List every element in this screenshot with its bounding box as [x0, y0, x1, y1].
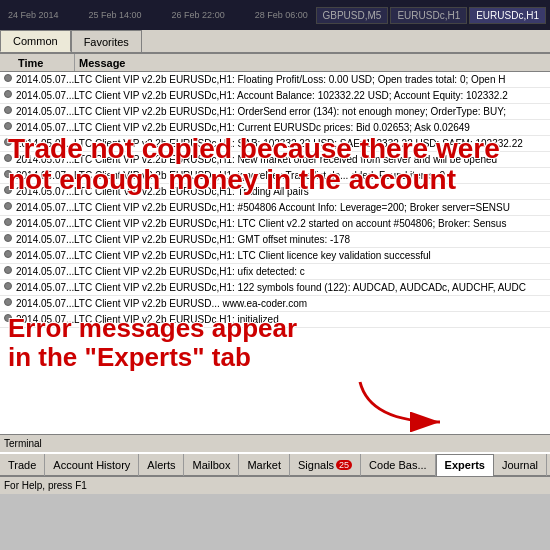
row-icon-circle — [4, 138, 12, 146]
row-time: 2014.05.07... — [16, 153, 74, 165]
row-icon-circle — [4, 74, 12, 82]
chart-tab-gbpusd[interactable]: GBPUSD,M5 — [316, 7, 389, 24]
row-time: 2014.05.07... — [16, 121, 74, 133]
row-time: 2014.05.07... — [16, 73, 74, 85]
row-message: LTC Client VIP v2.2b EURUSDc,H1: OrderSe… — [74, 105, 550, 117]
row-time: 2014.05.07... — [16, 249, 74, 261]
date-4: 28 Feb 06:00 — [255, 10, 308, 20]
bottom-tab-market[interactable]: Market — [239, 454, 290, 476]
bottom-tab-signals[interactable]: Signals25 — [290, 454, 361, 476]
log-row: 2014.05.07... LTC Client VIP v2.2b EURUS… — [0, 312, 550, 328]
log-row: 2014.05.07... LTC Client VIP v2.2b EURUS… — [0, 216, 550, 232]
col-header-time: Time — [0, 54, 75, 71]
bottom-tab-mailbox[interactable]: Mailbox — [184, 454, 239, 476]
bottom-tab-account-history[interactable]: Account History — [45, 454, 139, 476]
row-message: LTC Client VIP v2.2b EURUSDc,H1: initial… — [74, 313, 550, 325]
row-time: 2014.05.07... — [16, 217, 74, 229]
log-row: 2014.05.07... LTC Client VIP v2.2b EURUS… — [0, 296, 550, 312]
chart-tab-eurusd2[interactable]: EURUSDc,H1 — [469, 7, 546, 24]
row-time: 2014.05.07... — [16, 297, 74, 309]
log-row: 2014.05.07... LTC Client VIP v2.2b EURUS… — [0, 232, 550, 248]
row-icon — [0, 201, 16, 210]
row-icon — [0, 185, 16, 194]
log-rows[interactable]: 2014.05.07... LTC Client VIP v2.2b EURUS… — [0, 72, 550, 434]
chart-area: 24 Feb 2014 25 Feb 14:00 26 Feb 22:00 28… — [0, 0, 550, 30]
bottom-tab-alerts[interactable]: Alerts — [139, 454, 184, 476]
log-row: 2014.05.07... LTC Client VIP v2.2b EURUS… — [0, 88, 550, 104]
log-row: 2014.05.07... LTC Client VIP v2.2b EURUS… — [0, 200, 550, 216]
chart-tab-eurusd1[interactable]: EURUSDc,H1 — [390, 7, 467, 24]
column-headers: Time Message — [0, 54, 550, 72]
bottom-tab-bar: TradeAccount HistoryAlertsMailboxMarketS… — [0, 452, 550, 476]
row-icon-circle — [4, 234, 12, 242]
row-message: LTC Client VIP v2.2b EURUSD... www.ea-co… — [74, 297, 550, 309]
row-icon-circle — [4, 298, 12, 306]
log-row: 2014.05.07... LTC Client VIP v2.2b EURUS… — [0, 104, 550, 120]
row-icon — [0, 313, 16, 322]
row-message: LTC Client VIP v2.2b EURUSDc,H1: GMT off… — [74, 233, 550, 245]
row-icon — [0, 265, 16, 274]
bottom-tab-trade[interactable]: Trade — [0, 454, 45, 476]
signals-badge: 25 — [336, 460, 352, 470]
row-message: LTC Client VIP v2.2b EURUSDc,H1: SAB: 10… — [74, 137, 550, 149]
date-1: 24 Feb 2014 — [8, 10, 59, 20]
row-icon-circle — [4, 266, 12, 274]
top-tab-bar: Common Favorites — [0, 30, 550, 54]
row-icon-circle — [4, 282, 12, 290]
log-row: 2014.05.07... LTC Client VIP v2.2b EURUS… — [0, 136, 550, 152]
row-message: LTC Client VIP v2.2b EURUSDc,H1: LTC Cli… — [74, 249, 550, 261]
date-labels: 24 Feb 2014 25 Feb 14:00 26 Feb 22:00 28… — [4, 10, 314, 20]
row-message: LTC Client VIP v2.2b EURUSDc,H1: ignoreN… — [74, 169, 550, 181]
row-message: LTC Client VIP v2.2b EURUSDc,H1: New mar… — [74, 153, 550, 165]
row-time: 2014.05.07... — [16, 281, 74, 293]
log-row: 2014.05.07... LTC Client VIP v2.2b EURUS… — [0, 168, 550, 184]
help-bar: For Help, press F1 — [0, 476, 550, 494]
row-message: LTC Client VIP v2.2b EURUSDc,H1: Floatin… — [74, 73, 550, 85]
log-row: 2014.05.07... LTC Client VIP v2.2b EURUS… — [0, 152, 550, 168]
row-icon — [0, 121, 16, 130]
row-time: 2014.05.07... — [16, 137, 74, 149]
help-text: For Help, press F1 — [4, 480, 87, 491]
row-icon-circle — [4, 314, 12, 322]
row-message: LTC Client VIP v2.2b EURUSDc,H1: Current… — [74, 121, 550, 133]
row-icon-circle — [4, 122, 12, 130]
row-time: 2014.05.07... — [16, 265, 74, 277]
row-message: LTC Client VIP v2.2b EURUSDc,H1: Account… — [74, 89, 550, 101]
row-icon-circle — [4, 250, 12, 258]
row-icon — [0, 297, 16, 306]
bottom-tab-journal[interactable]: Journal — [494, 454, 547, 476]
log-row: 2014.05.07... LTC Client VIP v2.2b EURUS… — [0, 72, 550, 88]
row-icon — [0, 233, 16, 242]
row-icon-circle — [4, 186, 12, 194]
row-message: LTC Client VIP v2.2b EURUSDc,H1: Trading… — [74, 185, 550, 197]
row-time: 2014.05.07... — [16, 313, 74, 325]
row-message: LTC Client VIP v2.2b EURUSDc,H1: 122 sym… — [74, 281, 550, 293]
row-time: 2014.05.07... — [16, 105, 74, 117]
log-row: 2014.05.07... LTC Client VIP v2.2b EURUS… — [0, 264, 550, 280]
row-icon — [0, 217, 16, 226]
row-message: LTC Client VIP v2.2b EURUSDc,H1: LTC Cli… — [74, 217, 550, 229]
terminal-area: Time Message 2014.05.07... LTC Client VI… — [0, 54, 550, 434]
row-time: 2014.05.07... — [16, 201, 74, 213]
row-icon — [0, 105, 16, 114]
row-icon-circle — [4, 218, 12, 226]
row-icon-circle — [4, 154, 12, 162]
row-icon — [0, 169, 16, 178]
col-header-message: Message — [75, 57, 550, 69]
row-icon — [0, 281, 16, 290]
row-icon-circle — [4, 170, 12, 178]
row-icon — [0, 89, 16, 98]
log-row: 2014.05.07... LTC Client VIP v2.2b EURUS… — [0, 280, 550, 296]
tab-favorites[interactable]: Favorites — [71, 30, 142, 52]
terminal-label: Terminal — [4, 438, 42, 449]
row-time: 2014.05.07... — [16, 185, 74, 197]
row-icon-circle — [4, 106, 12, 114]
tab-common[interactable]: Common — [0, 30, 71, 52]
bottom-tab-experts[interactable]: Experts — [436, 454, 494, 476]
bottom-tab-code-bas---[interactable]: Code Bas... — [361, 454, 435, 476]
row-icon — [0, 73, 16, 82]
date-2: 25 Feb 14:00 — [89, 10, 142, 20]
row-icon — [0, 249, 16, 258]
terminal-label-bar: Terminal — [0, 434, 550, 452]
log-row: 2014.05.07... LTC Client VIP v2.2b EURUS… — [0, 120, 550, 136]
